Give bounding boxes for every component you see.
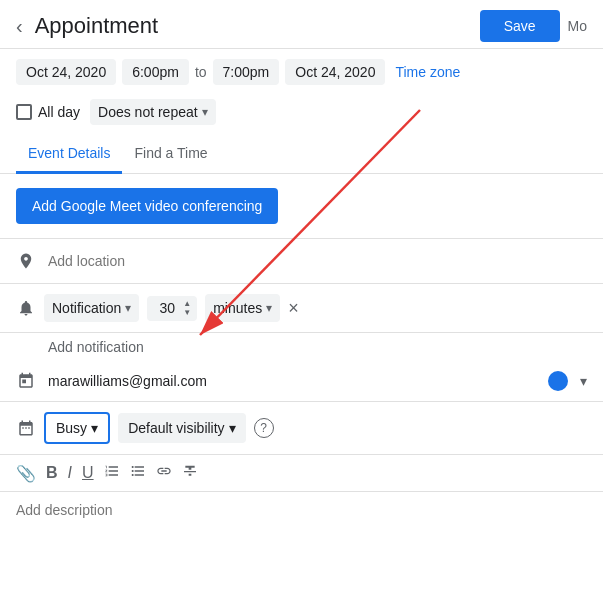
end-date-chip[interactable]: Oct 24, 2020 [285,59,385,85]
repeat-dropdown[interactable]: Does not repeat ▾ [90,99,216,125]
meet-row: Add Google Meet video conferencing [0,174,603,239]
ordered-list-icon[interactable] [104,463,120,483]
more-button[interactable]: Mo [568,18,587,34]
description-input[interactable] [16,502,587,518]
save-button[interactable]: Save [480,10,560,42]
notification-unit-arrow: ▾ [266,301,272,315]
header: ‹ Appointment Save Mo [0,0,603,49]
notification-type-select[interactable]: Notification ▾ [44,294,139,322]
visibility-label: Default visibility [128,420,224,436]
spinner-down[interactable]: ▼ [183,309,191,317]
location-row [0,239,603,284]
tab-find-time[interactable]: Find a Time [122,135,219,174]
notification-icon [16,298,36,318]
back-button[interactable]: ‹ [16,15,23,38]
notification-row: Notification ▾ 30 ▲ ▼ minutes ▾ × [0,284,603,333]
bold-icon[interactable]: B [46,464,58,482]
notification-unit-label: minutes [213,300,262,316]
location-input[interactable] [48,253,587,269]
tab-event-details[interactable]: Event Details [16,135,122,174]
toolbar-row: 📎 B I U [0,455,603,492]
to-label: to [195,64,207,80]
underline-icon[interactable]: U [82,464,94,482]
status-icon [16,418,36,438]
busy-arrow: ▾ [91,420,98,436]
owner-row: marawilliams@gmail.com ▾ [0,361,603,402]
repeat-dropdown-arrow: ▾ [202,105,208,119]
allday-label: All day [38,104,80,120]
notification-type-label: Notification [52,300,121,316]
content: Add Google Meet video conferencing Notif… [0,174,603,528]
italic-icon[interactable]: I [68,464,72,482]
notification-unit-select[interactable]: minutes ▾ [205,294,280,322]
owner-email: marawilliams@gmail.com [48,373,536,389]
help-button[interactable]: ? [254,418,274,438]
status-row: Busy ▾ Default visibility ▾ ? [0,402,603,455]
strikethrough-icon[interactable] [182,463,198,483]
calendar-color-arrow[interactable]: ▾ [580,373,587,389]
visibility-button[interactable]: Default visibility ▾ [118,413,245,443]
visibility-arrow: ▾ [229,420,236,436]
busy-label: Busy [56,420,87,436]
notification-number: 30 [153,300,181,316]
start-time-chip[interactable]: 6:00pm [122,59,189,85]
tabs: Event Details Find a Time [0,135,603,174]
remove-notification-button[interactable]: × [288,298,299,319]
unordered-list-icon[interactable] [130,463,146,483]
notification-number-wrap: 30 ▲ ▼ [147,296,197,321]
add-notification-label[interactable]: Add notification [0,333,603,361]
location-icon [16,251,36,271]
end-time-chip[interactable]: 7:00pm [213,59,280,85]
add-meet-button[interactable]: Add Google Meet video conferencing [16,188,278,224]
notification-type-arrow: ▾ [125,301,131,315]
start-date-chip[interactable]: Oct 24, 2020 [16,59,116,85]
allday-checkbox[interactable] [16,104,32,120]
options-row: All day Does not repeat ▾ [0,95,603,135]
link-icon[interactable] [156,463,172,483]
attachment-icon[interactable]: 📎 [16,464,36,483]
allday-wrap: All day [16,104,80,120]
calendar-icon [16,371,36,391]
busy-button[interactable]: Busy ▾ [44,412,110,444]
datetime-row: Oct 24, 2020 6:00pm to 7:00pm Oct 24, 20… [0,49,603,95]
description-row [0,492,603,528]
page-title: Appointment [35,13,480,39]
spinner-up[interactable]: ▲ [183,300,191,308]
repeat-label: Does not repeat [98,104,198,120]
calendar-color-dot[interactable] [548,371,568,391]
timezone-label[interactable]: Time zone [395,64,460,80]
notification-spinner: ▲ ▼ [183,300,191,317]
